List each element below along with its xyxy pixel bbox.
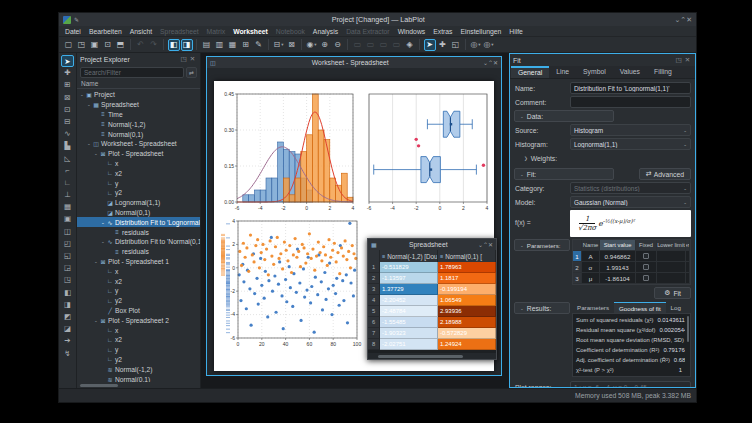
axis-tool-1-icon[interactable]: ⌐ [61,165,74,177]
param-col-lower-limit[interactable]: Lower limit [657,240,686,251]
close-button[interactable]: ✕ [686,16,692,23]
magnify-icon[interactable]: ◎▾ [470,39,482,51]
split-tool-4-icon[interactable]: ◪ [61,323,74,335]
param-lower-limit[interactable] [657,262,686,273]
close-icon[interactable]: ✕ [188,55,197,63]
new-folder-icon[interactable]: ▤ [201,39,213,51]
tree-item-x[interactable]: ∟x [77,266,200,276]
new-project-icon[interactable]: ▢ [63,39,75,51]
fixed-checkbox[interactable] [643,264,649,270]
toggle-project-explorer-icon[interactable]: ◧ [168,39,180,51]
search-input[interactable] [80,67,184,78]
zoom-out-view-icon[interactable]: ⊖ [332,39,344,51]
param-col-fixed[interactable]: Fixed [636,240,657,251]
menu-spreadsheet[interactable]: Spreadsheet [156,28,203,35]
tree-item-y2[interactable]: ∟y2 [77,296,200,306]
menu-bearbeiten[interactable]: Bearbeiten [85,28,126,35]
spreadsheet-window-titlebar[interactable]: ▦ Spreadsheet ⌄⌃✕ [368,239,496,250]
redo-icon[interactable]: ↷ [148,39,160,51]
param-upper-limit[interactable] [686,262,690,273]
model-select[interactable]: Gaussian (Normal) ⌄ [570,196,691,208]
results-tab-goodness-of-fit[interactable]: Goodness of fit [614,302,666,313]
scatter-plot-svg[interactable]: -6-4-2024020406080100 [220,217,362,349]
param-row-number[interactable]: 2 [573,262,582,273]
close-button[interactable]: ✕ [488,242,493,248]
menu-analysis[interactable]: Analysis [309,28,342,35]
param-upper-limit[interactable] [686,273,690,284]
results-tab-log[interactable]: Log [666,302,686,313]
zoom-fit-tool-icon[interactable]: ⊡ [61,104,74,116]
menu-extras[interactable]: Extras [429,28,456,35]
cell-value[interactable]: -0.572829 [438,328,496,339]
menu-notebook[interactable]: Notebook [272,28,309,35]
detach-icon[interactable]: ◳ [179,55,188,63]
open-project-icon[interactable]: ◳ [76,39,88,51]
cell-value[interactable]: 1.24924 [438,339,496,350]
crosshair-mode-icon[interactable]: ✚ [437,39,449,51]
histogram-select[interactable]: Lognormal(1,1) ⌄ [570,138,691,150]
tree-item-x[interactable]: ∟x [77,325,200,335]
axis-tool-3-icon[interactable]: ⊥ [61,189,74,201]
menu-einstellungen[interactable]: Einstellungen [456,28,505,35]
zoom-select-mode-icon[interactable]: ◱ [450,39,462,51]
menu-matrix[interactable]: Matrix [203,28,230,35]
tree-item-x[interactable]: ∟x [77,159,200,169]
param-col-name[interactable]: Name [582,240,600,251]
row-number[interactable]: 2 [368,273,380,284]
layout-tool-3-icon[interactable]: ◲ [61,262,74,274]
param-start-value[interactable]: 1.99143 [600,262,636,273]
toggle-properties-explorer-icon[interactable]: ◨ [181,39,193,51]
row-number[interactable]: 3 [368,284,380,295]
tab-line[interactable]: Line [549,66,576,78]
fit-section-toggle[interactable]: ⌄ Fit: [514,168,614,180]
curve-tool-icon[interactable]: ∿ [61,128,74,140]
cell-value[interactable]: 2.93936 [438,306,496,317]
new-matrix-icon[interactable]: ⊞ [240,39,252,51]
cell-value[interactable]: -2.48784 [380,306,438,317]
split-tool-1-icon[interactable]: ◧ [61,287,74,299]
zoom-in-view-icon[interactable]: ⊕ [319,39,331,51]
lightning-tool-icon[interactable]: ↯ [61,348,74,360]
menu-data-extractor[interactable]: Data Extractor [342,28,393,35]
axis-tool-2-icon[interactable]: ∟ [61,177,74,189]
name-input[interactable] [570,82,691,94]
close-button[interactable]: ✕ [493,60,498,66]
arrange-layout-icon[interactable]: ◈ [404,39,416,51]
worksheet-window-titlebar[interactable]: ◫ Worksheet - Spreadsheet ⌄⌃✕ [207,57,501,68]
tree-item-distribution-fit-to-normal-0-1[interactable]: ⌄∿Distribution Fit to 'Normal(0,1)' [77,237,200,247]
tree-item-distribution-fit-to-lognormal-1-1[interactable]: ⌄∿Distribution Fit to 'Lognormal(1,1)' [77,217,200,227]
param-row-number[interactable]: 3 [573,273,582,284]
param-col-upper-limit[interactable]: Upper limit [686,240,690,251]
crosshair-tool-icon[interactable]: ✚ [61,67,74,79]
boxplot-svg[interactable]: -6-4-2024 [364,90,492,213]
new-spreadsheet-icon[interactable]: ▦ [227,39,239,51]
cell-value[interactable]: -0.511829 [380,262,438,273]
tab-symbol[interactable]: Symbol [576,66,613,78]
tree-item-residuals[interactable]: ≡residuals [77,247,200,257]
param-upper-limit[interactable] [686,251,690,262]
tab-general[interactable]: General [511,66,549,78]
results-section-toggle[interactable]: ⌄ Results: [514,302,570,314]
cell-value[interactable]: -1.55485 [380,317,438,328]
tree-item-project[interactable]: ⌄▣Project [77,90,200,100]
tree-item-x2[interactable]: ∟x2 [77,276,200,286]
fixed-checkbox[interactable] [643,253,649,259]
histogram-plot-svg[interactable]: 0.000.150.300.45-6-4-2024 [220,90,357,213]
cell-value[interactable]: 1.06549 [438,295,496,306]
row-number[interactable]: 5 [368,306,380,317]
data-section-toggle[interactable]: ⌄ Data: [514,110,614,122]
param-lower-limit[interactable] [657,251,686,262]
parameters-section-toggle[interactable]: ⌄ Parameters: [514,239,570,251]
tree-column-header[interactable]: Name [77,79,200,89]
plot-area-tool-icon[interactable]: ▣ [61,213,74,225]
fit-run-button[interactable]: ⚙ Fit [654,287,691,299]
comment-input[interactable] [570,96,691,108]
column-header-normal-0-1[interactable]: ≡Normal(0,1) [ [438,250,496,262]
menu-ansicht[interactable]: Ansicht [126,28,156,35]
grid-tool-icon[interactable]: ▦ [61,201,74,213]
print-icon[interactable]: ⊡ [102,39,114,51]
fixed-checkbox[interactable] [643,275,649,281]
shrink-icon[interactable]: ◎▾ [483,39,495,51]
arrow-tool-icon[interactable]: ➔ [61,335,74,347]
undo-icon[interactable]: ↶ [135,39,147,51]
